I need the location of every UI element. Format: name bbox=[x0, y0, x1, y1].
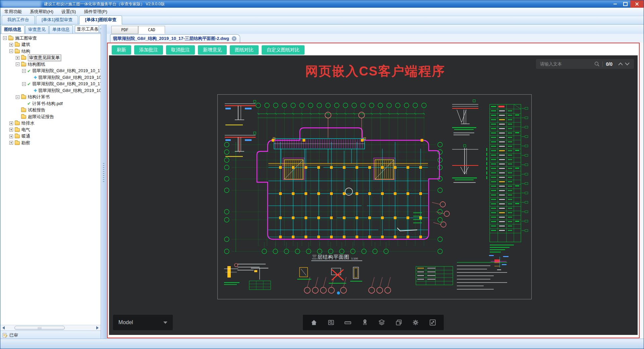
check-icon bbox=[27, 68, 31, 73]
menubar: 常用功能 系统帮助(H) 设置(S) 插件管理(P) bbox=[0, 8, 644, 16]
collapse-icon[interactable] bbox=[16, 62, 19, 66]
text-search-bar: 0/0 bbox=[536, 59, 634, 69]
search-next-button[interactable] bbox=[624, 61, 631, 67]
collapse-icon[interactable] bbox=[22, 82, 26, 86]
tree-item[interactable]: 翡翠湖别院_G8#_结构_2019_10_17-三 bbox=[0, 81, 101, 88]
custom-drawing-compare-button[interactable]: 自定义图纸对比 bbox=[262, 45, 305, 55]
tree-item[interactable]: 超限论证报告 bbox=[0, 113, 101, 120]
collapse-icon[interactable] bbox=[9, 49, 13, 53]
tree-item[interactable]: 翡翠湖别院_G8#_结构_2019_10_1 bbox=[0, 87, 101, 94]
cancel-annotation-button[interactable]: 取消批注 bbox=[166, 45, 195, 55]
tab-pdf[interactable]: PDF bbox=[111, 26, 138, 34]
app-window: 建设工程设计施工图一体化审查服务平台（审查专家版） V2.9.0.0版 常用功能… bbox=[0, 0, 644, 349]
tab-review-opinions[interactable]: 审查意见 bbox=[25, 25, 49, 34]
menu-system-help[interactable]: 系统帮助(H) bbox=[26, 8, 57, 16]
collapse-icon[interactable] bbox=[16, 95, 19, 99]
plus-icon bbox=[34, 75, 37, 80]
expand-icon[interactable] bbox=[9, 135, 13, 138]
tree-item[interactable]: 电气 bbox=[0, 127, 101, 133]
viewports-icon bbox=[395, 318, 403, 327]
search-result-count: 0/0 bbox=[606, 61, 612, 67]
model-selector[interactable]: Model bbox=[113, 315, 173, 330]
sheet-scale: 1:100 bbox=[351, 257, 358, 260]
cad-drawing-sheet: 三层结构平面图 1:100 bbox=[217, 94, 532, 299]
fullscreen-button[interactable] bbox=[427, 317, 438, 328]
scroll-left-arrow-icon[interactable] bbox=[2, 326, 5, 330]
tree-item[interactable]: 结构计算书 bbox=[0, 94, 101, 101]
check-icon bbox=[27, 101, 31, 106]
tree-item[interactable]: 计算书-结构.pdf bbox=[0, 100, 101, 107]
gear-icon bbox=[412, 318, 420, 327]
panel-splitter[interactable] bbox=[101, 24, 107, 339]
tab-cad[interactable]: CAD bbox=[138, 26, 165, 34]
refresh-button[interactable]: 刷新 bbox=[112, 45, 131, 55]
collapse-icon[interactable] bbox=[3, 36, 7, 40]
tree-item[interactable]: 建筑 bbox=[0, 42, 101, 48]
collapse-icon[interactable] bbox=[22, 69, 26, 73]
tab-drawing-info[interactable]: 图纸信息 bbox=[1, 25, 24, 34]
viewports-button[interactable] bbox=[393, 317, 405, 328]
menu-common-functions[interactable]: 常用功能 bbox=[0, 8, 26, 16]
menu-plugin-manager[interactable]: 插件管理(P) bbox=[80, 8, 111, 16]
tree-item[interactable]: 试桩报告 bbox=[0, 107, 101, 114]
settings-button[interactable] bbox=[410, 317, 421, 328]
tree-item[interactable]: 结构图纸 bbox=[0, 61, 101, 68]
expand-icon[interactable] bbox=[16, 56, 19, 60]
show-toolbar-combobox[interactable]: 显示工具条 bbox=[75, 26, 105, 33]
cad-bottom-toolbar bbox=[303, 315, 444, 330]
document-tab-title: 翡翠湖别院_G8#_结构_2019_10_17-三层结构平面图-2.dwg bbox=[113, 36, 229, 42]
tab-drawing-review[interactable]: [单体1]图纸审查 bbox=[79, 15, 122, 24]
folder-icon bbox=[15, 50, 20, 53]
check-icon bbox=[27, 82, 31, 87]
marker-button[interactable] bbox=[359, 317, 371, 328]
scrollbar-thumb[interactable] bbox=[14, 326, 65, 330]
tree-item[interactable]: 翡翠湖别院_G8#_结构_2019_10_1 bbox=[0, 74, 101, 81]
viewer-tab-strip: PDF CAD bbox=[107, 24, 644, 34]
tree-item[interactable]: 翡翠湖别院_G8#_结构_2019_10_17-三 bbox=[0, 68, 101, 74]
search-icon[interactable] bbox=[594, 61, 600, 67]
drawing-tree: 施工图审查 建筑 结构 审查意见回复单 结构图纸 翡翠湖别院_G8#_结构_20… bbox=[0, 34, 101, 325]
zoom-window-icon bbox=[327, 318, 335, 327]
tree-item[interactable]: 勘察 bbox=[0, 140, 101, 146]
tree-item-selected[interactable]: 审查意见回复单 bbox=[0, 55, 101, 61]
minimize-button[interactable] bbox=[610, 0, 620, 8]
cad-canvas[interactable]: 网页嵌入CS客户端程序 0/0 bbox=[109, 55, 638, 335]
scroll-right-arrow-icon[interactable] bbox=[96, 326, 99, 330]
maximize-button[interactable] bbox=[620, 0, 630, 8]
note-icon bbox=[2, 333, 8, 338]
zoom-window-button[interactable] bbox=[325, 317, 337, 328]
new-opinion-button[interactable]: 新增意见 bbox=[198, 45, 227, 55]
home-button[interactable] bbox=[308, 317, 320, 328]
folder-icon bbox=[21, 95, 26, 99]
tab-unit-info[interactable]: 单体信息 bbox=[49, 25, 73, 34]
close-icon[interactable] bbox=[232, 36, 236, 41]
tab-my-workbench[interactable]: 我的工作台 bbox=[2, 15, 35, 24]
expand-icon[interactable] bbox=[9, 43, 13, 47]
folder-icon bbox=[8, 37, 13, 40]
measure-button[interactable] bbox=[342, 317, 354, 328]
status-bar: 已审 bbox=[0, 331, 101, 339]
add-annotation-button[interactable]: 添加批注 bbox=[134, 45, 163, 55]
status-text: 已审 bbox=[9, 332, 18, 338]
search-prev-button[interactable] bbox=[617, 61, 624, 67]
expand-icon[interactable] bbox=[9, 121, 13, 125]
tree-item[interactable]: 暖通 bbox=[0, 133, 101, 140]
tree-item[interactable]: 施工图审查 bbox=[0, 35, 101, 42]
cad-viewer-panel: 刷新 添加批注 取消批注 新增意见 图纸对比 自定义图纸对比 网页嵌入CS客户端… bbox=[107, 43, 640, 338]
tree-item[interactable]: 给排水 bbox=[0, 120, 101, 127]
titlebar: 建设工程设计施工图一体化审查服务平台（审查专家版） V2.9.0.0版 bbox=[0, 0, 644, 8]
tab-model-review[interactable]: [单体1]模型审查 bbox=[36, 15, 78, 24]
tree-item[interactable]: 结构 bbox=[0, 48, 101, 55]
expand-icon[interactable] bbox=[9, 128, 13, 132]
document-tab[interactable]: 翡翠湖别院_G8#_结构_2019_10_17-三层结构平面图-2.dwg bbox=[110, 34, 240, 43]
window-bottom-strip bbox=[0, 339, 644, 349]
close-button[interactable] bbox=[630, 0, 644, 8]
search-input[interactable] bbox=[539, 61, 594, 67]
menu-settings[interactable]: 设置(S) bbox=[57, 8, 80, 16]
drawing-compare-button[interactable]: 图纸对比 bbox=[230, 45, 259, 55]
horizontal-scrollbar[interactable] bbox=[0, 325, 101, 331]
folder-icon bbox=[15, 121, 20, 125]
left-panel-tabs: 图纸信息 审查意见 单体信息 显示工具条 bbox=[0, 24, 101, 34]
layers-button[interactable] bbox=[376, 317, 387, 328]
expand-icon[interactable] bbox=[9, 141, 13, 145]
